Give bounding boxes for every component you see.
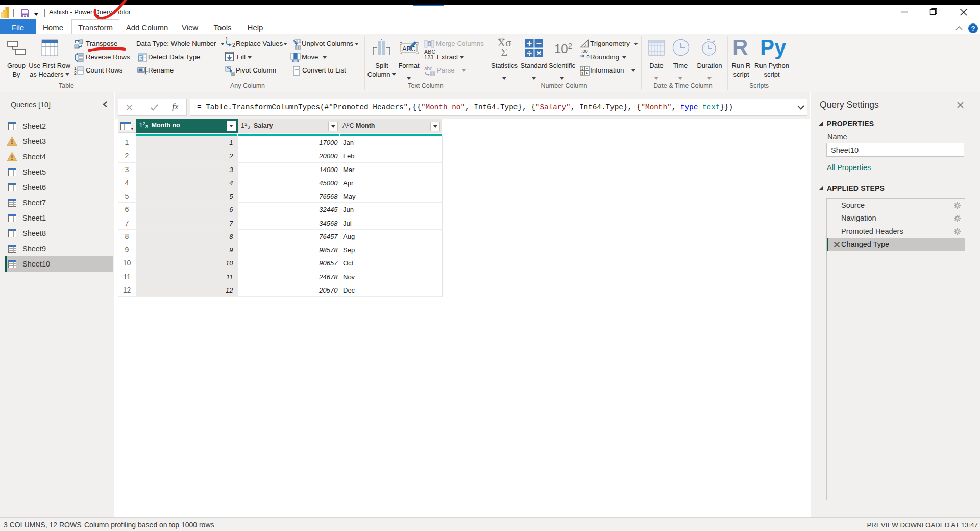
svg-text:.00: .00 — [581, 49, 588, 54]
svg-text:1: 1 — [581, 67, 583, 70]
svg-text:2: 2 — [74, 70, 77, 76]
svg-text:abc: abc — [424, 66, 432, 71]
svg-text:.0: .0 — [585, 54, 590, 59]
svg-text:3: 3 — [581, 71, 583, 75]
svg-text:?: ? — [140, 56, 142, 61]
